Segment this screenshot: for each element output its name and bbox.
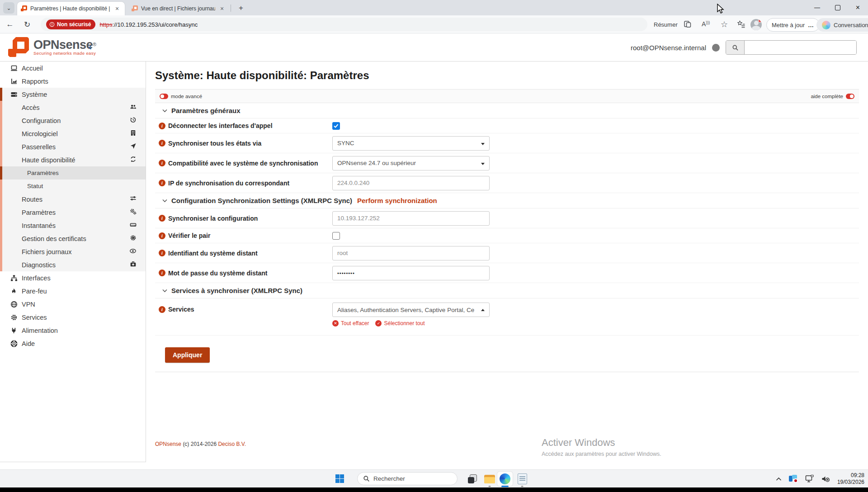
copilot-conversation-button[interactable]: Conversation [816,18,868,32]
info-icon[interactable]: i [159,270,165,276]
caret-down-icon [481,163,485,165]
browser-tab-active[interactable]: Paramètres | Haute disponibilité | × [17,2,125,15]
tray-app-icon[interactable] [789,475,798,483]
sidebar-item-alimentation[interactable]: Alimentation [0,324,146,337]
sidebar-item-routes[interactable]: Routes [0,193,146,206]
sidebar-collapse-chevron-icon[interactable]: ‹ [89,42,92,52]
edge-browser-button[interactable] [497,472,513,486]
volume-muted-icon[interactable] [821,475,830,483]
sidebar-item-parametres-ha[interactable]: Paramètres [0,166,146,180]
sidebar-item-acces[interactable]: Accès [0,101,146,114]
select-all-link[interactable]: ✓Sélectionner tout [375,320,425,326]
server-icon [10,91,18,98]
notepad-button[interactable] [514,472,530,486]
opnsense-logo[interactable] [8,37,29,58]
sidebar-item-systeme[interactable]: Système [0,88,146,101]
sidebar-item-instantanes[interactable]: Instantanés [0,219,146,232]
sidebar-item-accueil[interactable]: Accueil [0,62,146,75]
remote-password-input[interactable] [332,266,490,280]
deciso-footer-link[interactable]: Deciso B.V. [218,441,246,447]
address-bar[interactable]: Non sécurisé https://10.192.195.253/ui/c… [41,18,647,31]
services-multiselect[interactable]: Aliases, Authentication Servers, Captive… [332,303,490,317]
info-icon[interactable]: i [159,306,165,313]
tab-close-icon[interactable]: × [218,5,226,13]
full-help-toggle[interactable]: aide complète [811,94,854,99]
disconnect-dialup-checkbox[interactable] [332,122,340,130]
network-icon[interactable] [805,475,814,483]
sidebar-item-parametres-systeme[interactable]: Paramètres [0,206,146,219]
app-search-box[interactable] [726,40,857,55]
info-icon[interactable]: i [159,180,165,186]
sidebar-item-statut[interactable]: Statut [0,180,146,193]
new-tab-button[interactable]: + [236,3,246,14]
sync-compatibility-select[interactable]: OPNsense 24.7 ou supérieur [332,156,490,170]
life-ring-icon [10,340,18,347]
favorites-star-icon[interactable]: ☆ [721,19,728,29]
field-row-services: iServices Aliases, Authentication Server… [155,298,859,336]
profile-avatar[interactable] [750,19,762,30]
collections-icon[interactable] [737,20,745,28]
sidebar-item-aide[interactable]: Aide [0,337,146,350]
perform-synchronization-link[interactable]: Perform synchronization [357,197,437,204]
tray-chevron-up-icon[interactable] [776,477,782,481]
sidebar-item-configuration[interactable]: Configuration [0,114,146,127]
status-dot-icon[interactable] [712,44,720,52]
app-search-input[interactable] [745,41,856,54]
apply-button[interactable]: Appliquer [165,347,210,363]
clear-all-link[interactable]: ✕Tout effacer [332,320,369,326]
edge-icon [500,473,510,484]
sidebar-item-fichiers-journaux[interactable]: Fichiers journaux [0,245,146,258]
start-button[interactable] [335,474,344,483]
info-icon[interactable]: i [159,250,165,256]
section-xmlrpc-sync[interactable]: Configuration Synchronization Settings (… [155,193,859,208]
field-row-verify-peer: iVérifier le pair [155,228,859,243]
taskbar-clock[interactable]: 09:28 19/03/2026 [837,472,864,486]
refresh-button[interactable]: ↻ [21,18,33,31]
info-icon[interactable]: i [159,123,165,129]
browser-tab-inactive[interactable]: Vue en direct | Fichiers journaux | × [128,2,230,15]
security-chip[interactable]: Non sécurisé [46,19,95,29]
url-text: https://10.192.195.253/ui/core/hasync [99,21,198,28]
opnsense-footer-link[interactable]: OPNsense [155,441,181,447]
sidebar-item-diagnostics[interactable]: Diagnostics [0,258,146,271]
window-maximize-button[interactable] [827,0,848,15]
field-row-disconnect-dialup: iDéconnecter les interfaces d'appel [155,118,859,133]
update-browser-button[interactable]: Mettre à jour … [766,18,820,32]
verify-peer-checkbox[interactable] [332,232,340,240]
sidebar-item-services[interactable]: Services [0,311,146,324]
toggle-off-icon [846,94,854,99]
tab-list-chevron-icon[interactable]: ⌄ [3,2,14,14]
sidebar-item-rapports[interactable]: Rapports [0,75,146,88]
remote-username-input[interactable] [332,246,490,260]
info-icon[interactable]: i [159,140,165,147]
sidebar-item-micrologiciel[interactable]: Micrologiciel [0,127,146,140]
read-aloud-icon[interactable]: A))) [702,20,710,28]
sidebar-item-vpn[interactable]: VPN [0,298,146,311]
sidebar-item-haute-disponibilite[interactable]: Haute disponibilité [0,153,146,166]
advanced-mode-toggle[interactable]: mode avancé [160,94,202,99]
sidebar-item-passerelles[interactable]: Passerelles [0,140,146,153]
taskbar-search[interactable]: Rechercher [357,472,458,485]
tab-close-icon[interactable]: × [113,5,121,13]
summarize-button[interactable]: Résumer [654,21,678,28]
opnsense-header: OPNsense® Securing networks made easy ‹ … [0,33,868,62]
peer-sync-ip-input[interactable] [332,176,490,190]
clock-time: 09:28 [837,472,864,479]
section-services-sync[interactable]: Services à synchroniser (XMLRPC Sync) [155,283,859,298]
task-view-button[interactable] [465,472,480,486]
back-button[interactable]: ← [4,18,16,31]
summarize-icon[interactable] [684,20,692,28]
info-icon[interactable]: i [159,215,165,222]
sync-states-select[interactable]: SYNC [332,136,490,151]
sidebar-item-interfaces[interactable]: Interfaces [0,271,146,284]
window-close-button[interactable]: × [848,0,868,15]
section-parametres-generaux[interactable]: Paramètres généraux [155,103,859,118]
sidebar-item-pare-feu[interactable]: Pare-feu [0,284,146,298]
info-icon[interactable]: i [159,160,165,166]
info-icon[interactable]: i [159,232,165,239]
sync-config-ip-input[interactable] [332,211,490,226]
more-options-icon[interactable]: … [808,22,814,28]
sidebar-item-certificats[interactable]: Gestion des certificats [0,232,146,245]
file-explorer-button[interactable] [482,472,497,486]
window-minimize-button[interactable]: — [807,0,827,15]
